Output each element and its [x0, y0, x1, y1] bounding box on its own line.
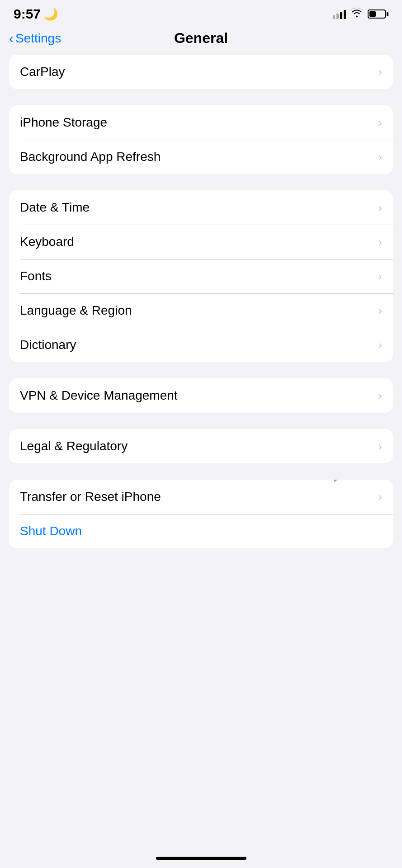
- fonts-chevron-icon: ›: [378, 269, 382, 283]
- transfer-reset-chevron-icon: ›: [378, 490, 382, 504]
- language-region-right: ›: [378, 304, 382, 318]
- date-time-right: ›: [378, 201, 382, 215]
- battery-icon: [368, 9, 388, 19]
- keyboard-right: ›: [378, 235, 382, 249]
- language-region-label: Language & Region: [20, 303, 132, 318]
- carplay-chevron-icon: ›: [378, 65, 382, 79]
- dictionary-chevron-icon: ›: [378, 338, 382, 352]
- transfer-reset-row[interactable]: Transfer or Reset iPhone ›: [9, 480, 393, 514]
- carplay-label: CarPlay: [20, 65, 65, 79]
- date-time-label: Date & Time: [20, 200, 90, 215]
- language-region-row[interactable]: Language & Region ›: [9, 293, 393, 328]
- locale-group: Date & Time › Keyboard › Fonts › Languag…: [9, 190, 393, 362]
- carplay-group: CarPlay ›: [9, 55, 393, 89]
- vpn-group: VPN & Device Management ›: [9, 378, 393, 413]
- dictionary-row[interactable]: Dictionary ›: [9, 328, 393, 362]
- keyboard-row[interactable]: Keyboard ›: [9, 225, 393, 259]
- background-app-refresh-row[interactable]: Background App Refresh ›: [9, 140, 393, 174]
- vpn-chevron-icon: ›: [378, 389, 382, 403]
- keyboard-label: Keyboard: [20, 235, 74, 249]
- storage-group: iPhone Storage › Background App Refresh …: [9, 105, 393, 174]
- settings-container: CarPlay › iPhone Storage › Background Ap…: [0, 55, 402, 565]
- back-chevron-icon: ‹: [9, 32, 14, 45]
- wifi-icon: [350, 8, 363, 20]
- fonts-label: Fonts: [20, 269, 52, 283]
- signal-icon: [333, 9, 346, 19]
- moon-icon: 🌙: [43, 7, 58, 21]
- background-app-refresh-label: Background App Refresh: [20, 150, 161, 164]
- status-bar: 9:57 🌙: [0, 0, 402, 25]
- iphone-storage-row[interactable]: iPhone Storage ›: [9, 105, 393, 140]
- carplay-row[interactable]: CarPlay ›: [9, 55, 393, 89]
- back-label: Settings: [15, 31, 61, 46]
- back-button[interactable]: ‹ Settings: [9, 31, 61, 46]
- reset-group: Transfer or Reset iPhone › Shut Down: [9, 480, 393, 548]
- legal-right: ›: [378, 439, 382, 453]
- language-region-chevron-icon: ›: [378, 304, 382, 318]
- dictionary-label: Dictionary: [20, 338, 76, 352]
- iphone-storage-right: ›: [378, 116, 382, 130]
- transfer-reset-right: ›: [378, 490, 382, 504]
- legal-row[interactable]: Legal & Regulatory ›: [9, 429, 393, 463]
- fonts-right: ›: [378, 269, 382, 283]
- home-indicator: [156, 857, 246, 860]
- status-time: 9:57 🌙: [14, 6, 58, 22]
- date-time-row[interactable]: Date & Time ›: [9, 190, 393, 225]
- date-time-chevron-icon: ›: [378, 201, 382, 215]
- page-title: General: [174, 30, 228, 47]
- fonts-row[interactable]: Fonts ›: [9, 259, 393, 293]
- background-app-refresh-chevron-icon: ›: [378, 150, 382, 164]
- iphone-storage-label: iPhone Storage: [20, 115, 107, 130]
- shutdown-row[interactable]: Shut Down: [9, 514, 393, 548]
- vpn-row[interactable]: VPN & Device Management ›: [9, 378, 393, 413]
- time-text: 9:57: [14, 6, 41, 22]
- vpn-label: VPN & Device Management: [20, 388, 178, 403]
- background-app-refresh-right: ›: [378, 150, 382, 164]
- transfer-reset-label: Transfer or Reset iPhone: [20, 490, 161, 504]
- nav-header: ‹ Settings General: [0, 25, 402, 55]
- legal-chevron-icon: ›: [378, 439, 382, 453]
- vpn-right: ›: [378, 389, 382, 403]
- status-icons: [333, 8, 388, 20]
- legal-label: Legal & Regulatory: [20, 439, 128, 453]
- keyboard-chevron-icon: ›: [378, 235, 382, 249]
- dictionary-right: ›: [378, 338, 382, 352]
- shutdown-label: Shut Down: [20, 524, 82, 538]
- iphone-storage-chevron-icon: ›: [378, 116, 382, 130]
- legal-group: Legal & Regulatory ›: [9, 429, 393, 463]
- carplay-right: ›: [378, 65, 382, 79]
